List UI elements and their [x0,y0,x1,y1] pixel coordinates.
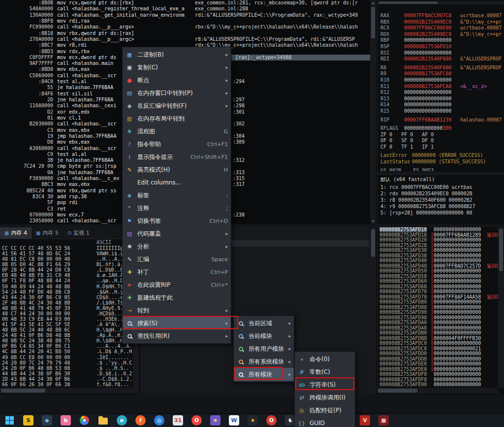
menu-item-new-thread[interactable]: ✚新建线程于此 [123,291,231,304]
stack-row[interactable]: 000008B2753AFD500000000000000000 [378,269,498,274]
menu-item-follow-in-dump[interactable]: ▤在内存窗口中转到(P)▸ [123,87,231,99]
stack-row[interactable]: 000008B2753AFD700000000000000000 [378,289,498,295]
dump-row[interactable]: 41 5F 41 5E 41 5C 5F 5E.A_A^A\._^. [0,322,139,327]
dump-row[interactable]: 0F 28 4C 8B 44 24 D0 C8.L.D$Ð..ÈëH [0,267,139,273]
stack-row[interactable]: 000008B2753AFD400000000000000000 [378,258,498,264]
dump-row[interactable]: 8B 05 D0 4C 8B F1 66 29ÐL.ñf).ä... [0,262,139,267]
start-button[interactable] [4,415,15,426]
menu-item-edit-columns[interactable]: Edit columns... [123,176,231,189]
dump-panel[interactable]: ▦内存 4▦内存 5⊙监视 1 ASCII CC CC CC CC 40 55 … [0,227,139,395]
dump-row[interactable]: 48 8B 5C 24 38 48 8B 75H.\$8H..H.ue [0,338,139,343]
stack-horizontal-scrollbar[interactable] [377,388,498,394]
menu-item-analysis[interactable]: ✱分析▸ [123,240,231,253]
dump-row[interactable]: 24 20 0F B6 48 8B 53 08.$ ...H.S.. [0,366,139,371]
dump-row[interactable]: 0F B6 C4 85 34 0F B6 C1...A...4..A. [0,343,139,349]
scroll-down-icon[interactable]: ▼ [370,219,376,224]
register-row[interactable]: RSI0000000000000000 [378,50,504,57]
calling-convention-select[interactable]: 默认 (x64 fastcall) [378,175,504,184]
register-row[interactable]: RBP0000000000000000 [378,37,504,44]
register-row[interactable]: LastError00000000 (ERROR_SUCCESS) [378,152,504,159]
disasm-row[interactable]: :8B0Bmov rcx,qword ptr ds:[rbx]exe_commo… [0,0,370,6]
stack-row[interactable]: 000008B2753AFD300000000000000000 [378,248,498,253]
stack-panel[interactable]: 000008B2753AFD100000000000000000000008B2… [377,227,498,388]
star-purple-icon[interactable]: ★ [210,415,221,426]
dump-row[interactable]: 43 44 24 30 0F B6 C0 85CD$0....esv. [0,295,139,300]
register-row[interactable]: LastStatus00000000 (STATUS_SUCCESS) [378,159,504,165]
dump-row[interactable]: 48 81 EC C8 00 00 00 48..H...A..H3Ä [0,256,139,262]
menu-item-pattern[interactable]: ◎匹配特征(P) [295,404,355,417]
stack-row[interactable]: 000008B2753AFD800000000000000000 [378,300,498,305]
edge-icon[interactable]: e [116,415,127,426]
dump-row[interactable]: 49 8B CC E8 00 00 00 00.IëÌ....... [0,355,139,360]
blue-browser-icon[interactable]: ◎ [154,415,165,426]
register-row[interactable]: R120000000000000000 [378,90,504,96]
register-row[interactable]: R150000000000000000 [378,108,504,115]
dump-row[interactable]: 41 56 41 57 48 8D 6C 24VAWH.ì$.ÿÿH [0,251,139,256]
dump-row[interactable]: 0F 71 F8 0F 48 8B 44 24..qø..H.D$P [0,278,139,283]
menu-item-label[interactable]: ◈标签: [123,189,231,202]
disasm-row[interactable]: :8BF8mov rdi,rax [0,18,370,24]
dump-row[interactable]: 2F 48 8B 4C 24 30 48 8B/.L$0H.T$H.. [0,300,139,305]
stack-row[interactable]: 000008B2753AFD900000000000000000 [378,310,498,315]
stack-row[interactable]: 000008B2753AFDE00000000000000000 [378,362,498,367]
argument-row[interactable]: 2: rdx 000002B235409EC0 000002B [378,190,504,197]
argument-row[interactable]: 1: rcx 00007FFBACC00E00 ucrtbas [378,184,504,190]
argument-row[interactable]: 4: r9 000008B2753AFC88 000008B27 [378,203,504,210]
star-gold-icon[interactable]: ★ [247,415,258,426]
middle-panel-scrollbar[interactable] [370,227,376,395]
disasm-row[interactable]: 130A0000call <halashao._get_initial_narr… [0,12,370,18]
stack-row[interactable]: 000008B2753AFD100000000000000000 [378,227,498,233]
registers-panel[interactable]: RAX00007FFBACC007C8ucrtbase.00007RBX0000… [377,0,504,224]
argument-row[interactable]: 5: [rsp+28] 0000000000000000 00 [378,210,504,216]
dump-row[interactable]: 00 48 33 C9 E8 A4 03 00...H3Éè.... [0,316,139,322]
dump-row[interactable]: CC CC CC CC 40 55 53 56ÌÌÌÌÌÌÌÌ@USV [0,245,139,251]
register-row[interactable]: RDI000002B23540F600&"ALLUSERSPROF [378,56,504,62]
calendar-icon[interactable]: 31 [172,415,184,426]
word-icon[interactable]: W [228,415,240,426]
dump-horizontal-scrollbar[interactable] [0,388,139,394]
register-row[interactable]: R100000000000000000 [378,77,504,84]
register-row[interactable]: RSP000008B2753AFD10 [378,44,504,50]
stack-row[interactable]: 000008B2753AFD200000000000000000 [378,238,498,243]
menu-item-copy[interactable]: ▣复制(C)▸ [123,61,231,74]
opera-icon[interactable]: O [191,415,202,426]
stack-scrollbar[interactable] [498,227,504,388]
menu-item-binary[interactable]: ▦二进制(B)▸ [123,48,231,61]
menu-item-current-module[interactable]: 当前模块▸ [234,330,294,342]
register-row[interactable]: R140000000000000000 [378,102,504,108]
menu-item-current-region[interactable]: 当前区域▸ [234,317,294,330]
scroll-up-icon[interactable]: ▲ [370,0,376,5]
disasm-row[interactable]: 540A0000call <halashao._register_thread_… [0,6,370,12]
dump-row[interactable]: 50 48 89 44 24 48 48 8BH.D$HH.T$H. [0,284,139,289]
stack-row[interactable]: 000008B2753AFDC00000000000000000 [378,341,498,346]
menu-item-graph[interactable]: ❖流程图G [123,125,231,138]
dark-app-icon[interactable]: ◆ [41,415,53,426]
menu-item-code-coverage[interactable]: ▨代码覆盖▸ [123,227,231,240]
dump-tab[interactable]: ⊙监视 1 [63,227,94,239]
disasm-row[interactable]: FC090000call <halashao.__p___argv>rbx:&"… [0,24,370,30]
register-row[interactable]: RAX00007FFBACC007C8ucrtbase.00007 [378,13,504,19]
dump-row[interactable]: 48 8B 5C 24 40 48 8B 6CH.\$@H..H.l [0,327,139,333]
menu-item-command[interactable]: »命令(0) [295,353,355,366]
stack-row[interactable]: 000008B2753AFDF00000000000000000 [378,372,498,377]
register-row[interactable]: R8000002B23540F600&"ALLUSERSPROF [378,65,504,71]
dump-row[interactable]: 48 C7 44 24 30 00 00 00.HÇD$0..... [0,311,139,316]
chili-app-icon[interactable]: V [359,415,371,426]
menu-item-goto[interactable]: →转到▸ [123,304,231,317]
stack-row[interactable]: 000008B2753AFD600000000000000000 [378,279,498,284]
stack-row[interactable]: 000008B2753AFDB00000000000000000 [378,331,498,336]
argument-row[interactable]: 3: r8 000002B23540F600 000002B2 [378,197,504,203]
search-app-icon[interactable]: S [23,415,34,426]
chrome-icon[interactable] [79,415,90,426]
menu-item-guid[interactable]: {}GUID [295,417,355,427]
menu-item-all-system-modules[interactable]: 所有系统模块▸ [234,355,294,368]
stack-row[interactable]: 000008B2753AFDD00000000000000000 [378,351,498,357]
menu-item-set-rip[interactable]: ➤在此设置RIPCtrl+* [123,278,231,291]
stack-row[interactable]: 000008B2753AFE000000000000000000 [378,382,498,388]
register-row[interactable]: R130000000000000000 [378,96,504,102]
dump-tab[interactable]: ▦内存 5 [32,227,63,239]
register-row[interactable]: R11000008B2753AFCA0<&__xc_z> [378,84,504,90]
register-row[interactable]: R9000008B2753AFC88 [378,71,504,77]
dump-row[interactable]: 54 24 48 FF D0 48 8B C8.$&H..H.ÿÐH [0,289,139,295]
menu-item-comment[interactable]: "注释; [123,202,231,214]
